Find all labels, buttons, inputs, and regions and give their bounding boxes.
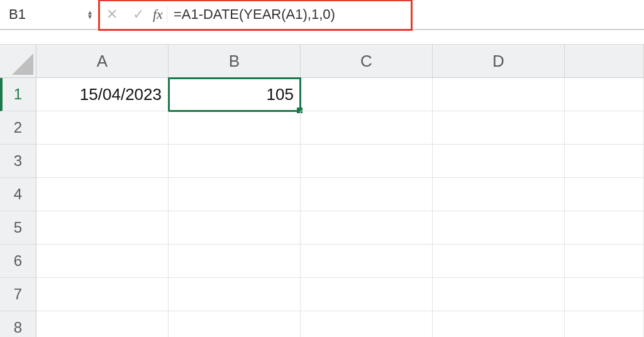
cell-C1[interactable]: [301, 78, 433, 111]
col-header-D[interactable]: D: [433, 45, 565, 78]
spreadsheet-app: B1 ▲ ▼ ✕ ✓ fx =A1-DATE(YEAR(A1),1,0) A B: [0, 0, 644, 337]
col-header-A[interactable]: A: [36, 45, 169, 78]
cell-B3[interactable]: [169, 145, 301, 178]
check-icon: ✓: [133, 6, 144, 23]
cell-A3[interactable]: [36, 145, 169, 178]
cell-A2[interactable]: [36, 111, 169, 145]
formula-group: ✕ ✓ fx =A1-DATE(YEAR(A1),1,0): [99, 0, 644, 29]
cell-A8[interactable]: [36, 311, 169, 337]
cell-C5[interactable]: [301, 211, 433, 245]
cell-B8[interactable]: [169, 311, 301, 337]
col-header-E[interactable]: [565, 45, 644, 78]
select-all-corner[interactable]: [0, 45, 36, 78]
cell-E7[interactable]: [565, 278, 644, 311]
cell-A7[interactable]: [36, 278, 169, 311]
name-box-spinner[interactable]: ▲ ▼: [87, 10, 93, 19]
cell-D8[interactable]: [433, 311, 565, 337]
cell-C8[interactable]: [301, 311, 433, 337]
row-header-2[interactable]: 2: [0, 111, 36, 145]
toolbar-gap: [0, 30, 644, 45]
formula-input[interactable]: =A1-DATE(YEAR(A1),1,0): [174, 6, 644, 23]
cell-B1[interactable]: 105: [169, 78, 301, 111]
cell-D5[interactable]: [433, 211, 565, 245]
row-header-5[interactable]: 5: [0, 211, 36, 245]
cell-A5[interactable]: [36, 211, 169, 245]
cell-E8[interactable]: [565, 311, 644, 337]
cell-B6[interactable]: [169, 245, 301, 278]
cancel-button[interactable]: ✕: [99, 6, 125, 23]
cell-B5[interactable]: [169, 211, 301, 245]
col-header-B[interactable]: B: [169, 45, 301, 78]
row-header-4[interactable]: 4: [0, 178, 36, 211]
row-header-6[interactable]: 6: [0, 245, 36, 278]
cell-D2[interactable]: [433, 111, 565, 145]
cell-D4[interactable]: [433, 178, 565, 211]
insert-function-button[interactable]: fx: [152, 6, 167, 23]
cell-A6[interactable]: [36, 245, 169, 278]
cell-C2[interactable]: [301, 111, 433, 145]
cancel-icon: ✕: [106, 6, 118, 23]
name-box[interactable]: B1 ▲ ▼: [0, 0, 99, 29]
cell-C7[interactable]: [301, 278, 433, 311]
cell-D7[interactable]: [433, 278, 565, 311]
cell-B7[interactable]: [169, 278, 301, 311]
cell-E2[interactable]: [565, 111, 644, 145]
row-header-7[interactable]: 7: [0, 278, 36, 311]
cell-C3[interactable]: [301, 145, 433, 178]
cell-C4[interactable]: [301, 178, 433, 211]
cell-A1[interactable]: 15/04/2023: [36, 78, 169, 111]
fx-label: fx: [153, 6, 163, 22]
cell-B2[interactable]: [169, 111, 301, 145]
sheet-grid[interactable]: A B C D 1 15/04/2023 105 2 3 4 5: [0, 45, 644, 337]
name-box-value: B1: [9, 6, 26, 23]
cell-E5[interactable]: [565, 211, 644, 245]
enter-button[interactable]: ✓: [125, 6, 152, 23]
cell-E3[interactable]: [565, 145, 644, 178]
cell-B4[interactable]: [169, 178, 301, 211]
cell-A4[interactable]: [36, 178, 169, 211]
row-header-1[interactable]: 1: [0, 78, 36, 111]
col-header-C[interactable]: C: [301, 45, 433, 78]
formula-bar: B1 ▲ ▼ ✕ ✓ fx =A1-DATE(YEAR(A1),1,0): [0, 0, 644, 30]
cell-D6[interactable]: [433, 245, 565, 278]
cell-D3[interactable]: [433, 145, 565, 178]
cell-D1[interactable]: [433, 78, 565, 111]
cell-C6[interactable]: [301, 245, 433, 278]
row-header-3[interactable]: 3: [0, 145, 36, 178]
cell-E1[interactable]: [565, 78, 644, 111]
row-header-8[interactable]: 8: [0, 311, 36, 337]
cell-E4[interactable]: [565, 178, 644, 211]
cell-E6[interactable]: [565, 245, 644, 278]
spinner-down-icon[interactable]: ▼: [87, 14, 93, 19]
